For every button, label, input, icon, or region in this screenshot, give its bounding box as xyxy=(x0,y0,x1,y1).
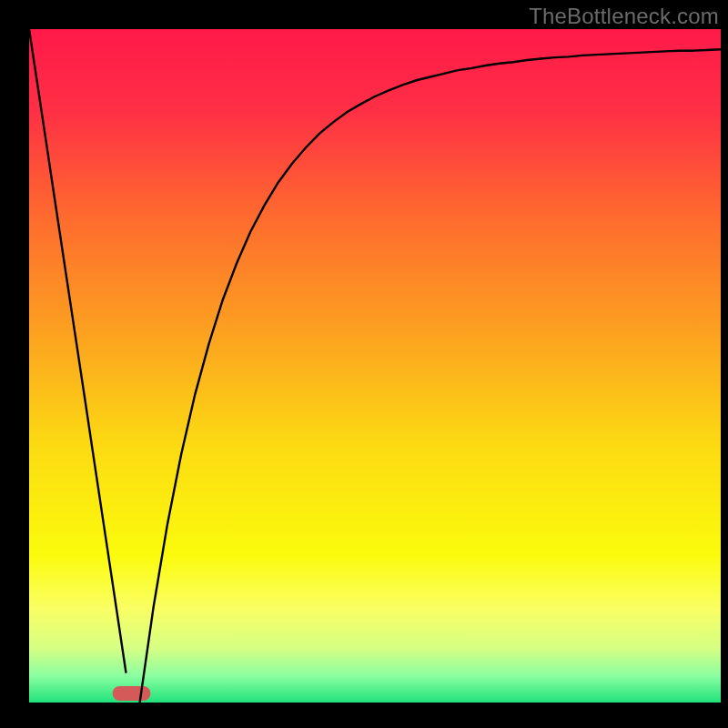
left-line-curve xyxy=(29,29,126,672)
watermark-text: TheBottleneck.com xyxy=(529,4,719,29)
chart-curves xyxy=(29,29,721,703)
svg-rect-1 xyxy=(113,686,151,701)
chart-frame: TheBottleneck.com xyxy=(0,0,728,728)
plot-area xyxy=(29,29,721,703)
optimum-marker xyxy=(113,686,151,701)
right-curve xyxy=(140,49,721,703)
